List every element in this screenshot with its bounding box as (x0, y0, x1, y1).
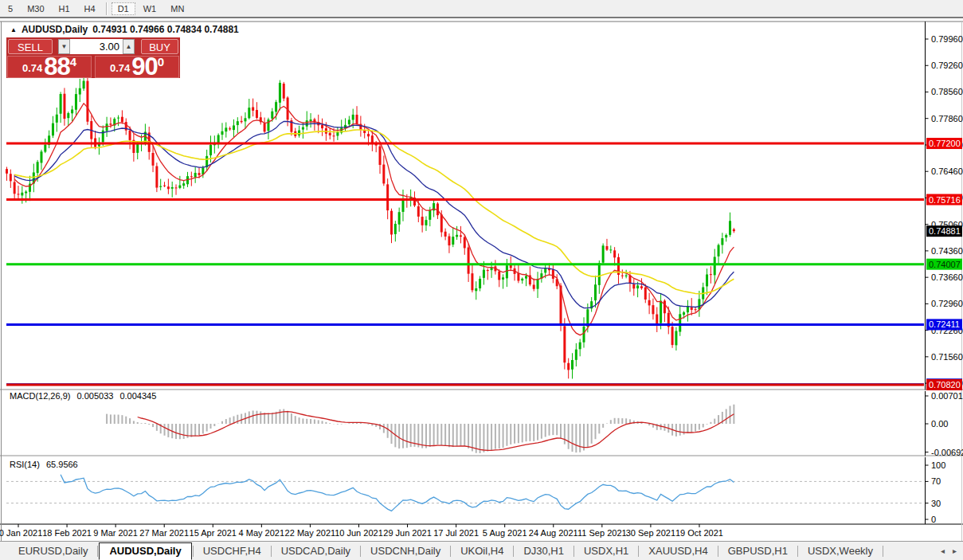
price-tick-label: 0.73660 (931, 272, 963, 282)
tab-separator (573, 546, 574, 557)
date-tick-label: 27 Mar 2021 (139, 528, 189, 538)
date-tick-label: 5 Aug 2021 (483, 528, 527, 538)
volume-input[interactable] (70, 39, 123, 54)
chart-title: ▲ AUDUSD,Daily 0.74931 0.74966 0.74834 0… (10, 24, 239, 35)
tab-separator (193, 546, 194, 557)
chart-symbol-label: AUDUSD,Daily (22, 24, 88, 35)
timeframe-button-mn[interactable]: MN (164, 2, 190, 15)
tab-separator (513, 546, 514, 557)
tab-separator (97, 546, 98, 557)
timeframe-toolbar: 5M30H1H4D1W1MN (0, 0, 963, 17)
chart-tab-audusd-daily[interactable]: AUDUSD,Daily (99, 542, 191, 560)
timeframe-button-w1[interactable]: W1 (137, 2, 163, 15)
buy-price-button[interactable]: 0.74 90 0 (95, 56, 179, 78)
timeframe-button-m30[interactable]: M30 (21, 2, 50, 15)
chart-window: 0.799600.792600.785600.778600.771600.764… (0, 17, 963, 541)
price-tick-label: 0.74360 (931, 246, 963, 256)
date-tick-label: 9 Mar 2021 (93, 528, 138, 538)
macd-scale-label: 0.007015 (931, 391, 963, 401)
date-tick-label: 24 Aug 2021 (529, 528, 578, 538)
price-tick-label: 0.72960 (931, 299, 963, 308)
level-price-badge: 0.74881 (929, 226, 961, 236)
price-tick-label: 0.77860 (931, 114, 963, 123)
date-tick-label: 17 Jul 2021 (433, 528, 479, 538)
trade-panel-quotes: 0.74 88 4 0.74 90 0 (7, 56, 179, 78)
date-tick-label: 18 Feb 2021 (42, 528, 92, 538)
tab-separator (360, 546, 361, 557)
chart-tab-usdchf-h4[interactable]: USDCHF,H4 (194, 542, 270, 559)
chart-tab-usdx-weekly[interactable]: USDX,Weekly (799, 542, 882, 559)
buy-price-prefix: 0.74 (110, 61, 130, 76)
level-price-badge: 0.70820 (929, 380, 961, 390)
rsi-indicator-label: RSI(14) 65.9566 (10, 460, 82, 469)
one-click-trade-panel: SELL ▼ ▲ BUY 0.74 88 4 0.74 90 0 (6, 37, 180, 78)
macd-value-signal: 0.004345 (119, 391, 156, 401)
price-tick-label: 0.71560 (931, 352, 963, 362)
tab-separator (718, 546, 718, 557)
macd-value-main: 0.005033 (76, 391, 113, 401)
toolbar-separator (106, 2, 108, 15)
sell-price-sup: 4 (70, 57, 76, 67)
rsi-scale-label: 30 (931, 499, 941, 508)
buy-price-big: 90 (131, 57, 157, 76)
sell-price-button[interactable]: 0.74 88 4 (7, 56, 92, 78)
date-tick-label: 19 Oct 2021 (675, 528, 723, 538)
tab-separator (883, 546, 883, 557)
tab-scroll-arrows: ◂▸ (941, 546, 957, 555)
chart-tab-usdcnh-daily[interactable]: USDCNH,Daily (362, 542, 449, 559)
date-tick-label: 4 May 2021 (239, 528, 284, 538)
chart-tab-ukoil-h4[interactable]: UKOil,H4 (452, 542, 512, 559)
rsi-scale-label: 70 (931, 476, 941, 486)
rsi-scale-label: 0 (931, 515, 936, 524)
sell-price-prefix: 0.74 (22, 61, 42, 76)
price-tick-label: 0.79260 (931, 61, 963, 70)
date-tick-label: 22 May 2021 (285, 528, 336, 538)
macd-name: MACD(12,26,9) (10, 391, 70, 401)
trading-app-window: 5M30H1H4D1W1MN 0.799600.792600.785600.77… (0, 0, 963, 560)
date-tick-label: 30 Jan 2021 (0, 528, 42, 538)
level-price-badge: 0.72411 (929, 319, 960, 329)
chart-tabs-bar: EURUSD,DailyAUDUSD,DailyUSDCHF,H4USDCAD,… (0, 541, 963, 560)
level-price-badge: 0.74007 (929, 260, 961, 269)
macd-indicator-label: MACD(12,26,9) 0.005033 0.004345 (10, 391, 160, 401)
tab-scroll-left-icon[interactable]: ◂ (941, 546, 945, 555)
chart-tab-gbpusd-h1[interactable]: GBPUSD,H1 (719, 542, 797, 559)
chart-canvas[interactable]: 0.799600.792600.785600.778600.771600.764… (0, 18, 963, 542)
tab-separator (638, 546, 639, 557)
chart-tab-dj30-h1[interactable]: DJ30,H1 (515, 542, 573, 559)
price-tick-label: 0.76460 (931, 166, 963, 176)
macd-scale-label: -0.006923 (931, 448, 963, 457)
chart-tab-usdcad-daily[interactable]: USDCAD,Daily (272, 542, 359, 559)
price-tick-label: 0.79960 (931, 34, 963, 44)
sell-price-big: 88 (44, 57, 69, 76)
date-tick-label: 29 Jun 2021 (383, 528, 432, 538)
level-price-badge: 0.77200 (929, 139, 961, 148)
macd-scale-label: 0.00 (931, 419, 948, 429)
timeframe-button-d1[interactable]: D1 (112, 2, 135, 15)
chart-tab-usdx-h1[interactable]: USDX,H1 (575, 542, 637, 559)
date-tick-label: 11 Sep 2021 (577, 528, 627, 538)
collapse-chart-icon[interactable]: ▲ (10, 26, 17, 33)
tab-separator (450, 546, 451, 557)
timeframe-button-h1[interactable]: H1 (53, 2, 76, 15)
level-price-badge: 0.75716 (929, 195, 961, 205)
rsi-scale-label: 100 (931, 460, 945, 470)
timeframe-button-h4[interactable]: H4 (78, 2, 102, 15)
tab-separator (271, 546, 272, 557)
timeframe-button-5[interactable]: 5 (2, 2, 19, 15)
price-tick-label: 0.78560 (931, 87, 963, 96)
date-tick-label: 30 Sep 2021 (626, 528, 675, 538)
buy-price-sup: 0 (158, 57, 164, 67)
rsi-value: 65.9566 (46, 460, 78, 469)
tab-separator (797, 546, 798, 557)
chart-ohlc-values: 0.74931 0.74966 0.74834 0.74881 (92, 24, 239, 35)
rsi-name: RSI(14) (10, 460, 40, 469)
tab-scroll-right-icon[interactable]: ▸ (953, 546, 957, 555)
chart-tab-eurusd-daily[interactable]: EURUSD,Daily (10, 542, 96, 559)
date-tick-label: 15 Apr 2021 (190, 528, 237, 538)
date-tick-label: 10 Jun 2021 (335, 528, 383, 538)
chart-tab-xauusd-h4[interactable]: XAUUSD,H4 (640, 542, 716, 559)
